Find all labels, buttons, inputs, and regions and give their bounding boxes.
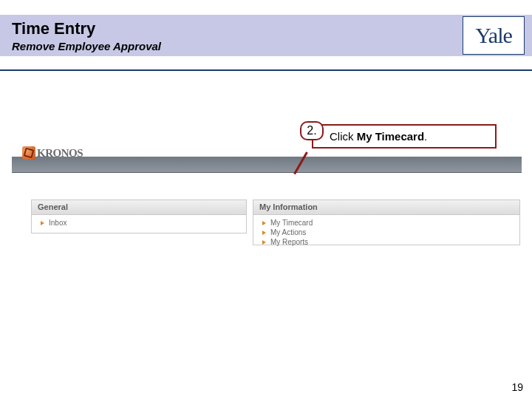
kronos-brand-text: KRONOS — [37, 147, 83, 160]
link-my-reports[interactable]: My Reports — [262, 237, 512, 247]
slide: Time Entry Remove Employee Approval Yale… — [0, 0, 532, 399]
callout-pointer — [296, 152, 322, 216]
callout-pointer-line — [293, 151, 308, 174]
kronos-logo: KRONOS — [22, 146, 83, 160]
step-number-badge: 2. — [300, 121, 324, 140]
link-inbox[interactable]: Inbox — [41, 218, 239, 228]
instruction-callout: Click My Timecard. 2. — [312, 124, 497, 149]
panel-my-information-body: My Timecard My Actions My Reports — [253, 215, 519, 250]
panel-general-header: General — [32, 200, 246, 215]
link-my-timecard[interactable]: My Timecard — [262, 218, 512, 228]
slide-header: Time Entry Remove Employee Approval Yale — [0, 0, 532, 69]
header-divider — [0, 69, 532, 71]
panel-my-information: My Information My Timecard My Actions My… — [253, 200, 520, 245]
page-subtitle: Remove Employee Approval — [12, 40, 161, 52]
arrow-right-icon — [262, 240, 266, 245]
panel-general-body: Inbox — [32, 215, 246, 231]
page-number: 19 — [511, 381, 523, 393]
link-my-actions-label: My Actions — [270, 228, 306, 237]
callout-suffix: . — [424, 130, 427, 143]
callout-bold: My Timecard — [357, 130, 424, 143]
panel-general: General Inbox — [31, 200, 247, 233]
yale-logo: Yale — [463, 16, 525, 55]
kronos-mark-icon — [22, 146, 35, 160]
link-my-actions[interactable]: My Actions — [262, 228, 512, 237]
link-my-reports-label: My Reports — [270, 237, 308, 247]
link-my-timecard-label: My Timecard — [270, 218, 313, 228]
page-title: Time Entry — [12, 19, 95, 38]
link-inbox-label: Inbox — [49, 218, 66, 228]
callout-box: Click My Timecard. — [312, 124, 497, 149]
callout-prefix: Click — [330, 130, 357, 143]
arrow-right-icon — [262, 231, 266, 235]
arrow-right-icon — [41, 221, 44, 225]
arrow-right-icon — [262, 221, 266, 225]
panel-my-information-header: My Information — [253, 200, 519, 215]
